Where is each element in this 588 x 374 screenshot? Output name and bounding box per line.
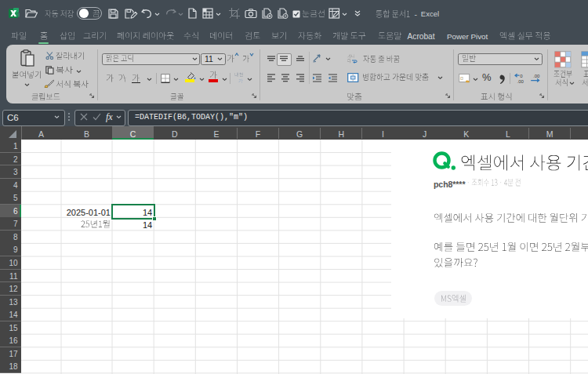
svg-text:.00: .00 bbox=[533, 74, 540, 78]
svg-text:¤: ¤ bbox=[460, 75, 463, 82]
svg-text:.00: .00 bbox=[517, 79, 524, 84]
svg-text:0: 0 bbox=[520, 74, 523, 78]
